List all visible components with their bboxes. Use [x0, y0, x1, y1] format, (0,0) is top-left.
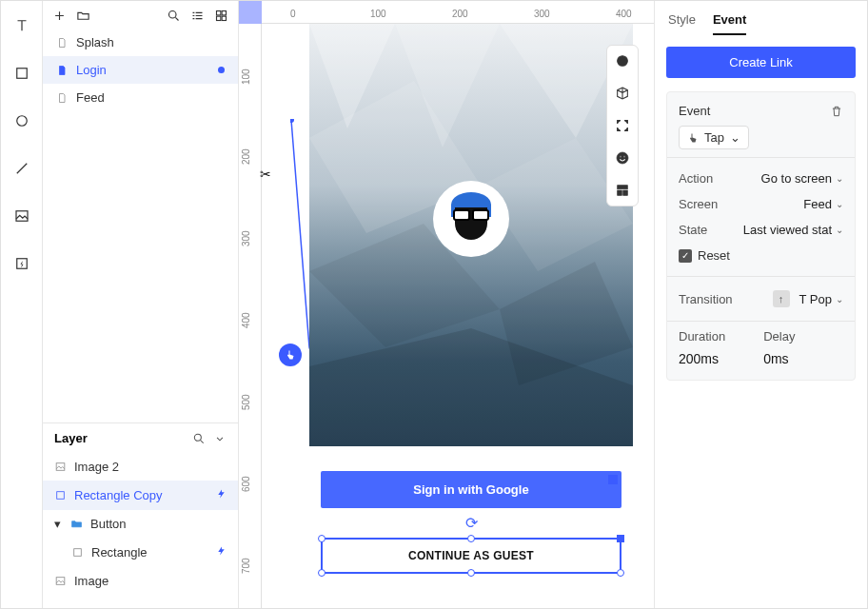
- image-tool[interactable]: [10, 205, 33, 227]
- svg-rect-11: [57, 492, 65, 500]
- trash-icon[interactable]: [830, 105, 843, 118]
- ruler-vertical: 100 200 300 400 500 600 700: [239, 24, 262, 608]
- inspector-panel: Style Event Create Link Event Tap ⌄ Acti…: [654, 1, 867, 608]
- tool-rail: [1, 1, 43, 608]
- page-label: Login: [76, 63, 107, 77]
- layer-image[interactable]: Image: [43, 567, 238, 595]
- layer-button-folder[interactable]: ▾ Button: [43, 510, 238, 538]
- canvas-toolbar: [606, 45, 639, 206]
- reset-checkbox[interactable]: ✓Reset: [679, 248, 730, 263]
- svg-point-4: [169, 11, 177, 19]
- canvas[interactable]: 0 100 200 300 400 100 200 300 400 500 60…: [239, 1, 654, 608]
- svg-rect-10: [56, 463, 65, 471]
- target-icon[interactable]: [615, 53, 630, 69]
- svg-point-1: [16, 116, 27, 127]
- page-label: Splash: [76, 35, 114, 49]
- chevron-down-icon: ⌄: [730, 130, 740, 145]
- ruler-corner: [239, 1, 262, 24]
- layer-rectangle[interactable]: Rectangle: [43, 538, 238, 567]
- inspector-tabs: Style Event: [666, 10, 856, 35]
- state-select[interactable]: Last viewed stat⌄: [743, 223, 843, 237]
- create-link-button[interactable]: Create Link: [666, 47, 856, 78]
- resize-handle[interactable]: [318, 569, 326, 577]
- circle-tool[interactable]: [10, 109, 33, 132]
- avatar: [433, 181, 509, 257]
- left-panel: Splash Login Feed Layer Image 2 Rectangl…: [43, 1, 239, 608]
- event-handle[interactable]: [617, 535, 624, 542]
- svg-point-26: [620, 156, 621, 158]
- svg-rect-12: [74, 549, 82, 557]
- tap-badge-icon[interactable]: [279, 344, 302, 366]
- search-icon[interactable]: [167, 9, 181, 23]
- grid-icon[interactable]: [214, 9, 228, 23]
- add-icon[interactable]: [52, 9, 67, 23]
- layout-icon[interactable]: [615, 183, 630, 198]
- event-trigger-select[interactable]: Tap ⌄: [679, 126, 749, 149]
- cube-icon[interactable]: [615, 86, 630, 101]
- resize-handle[interactable]: [318, 535, 326, 542]
- svg-rect-5: [217, 11, 221, 15]
- delay-value[interactable]: 0ms: [763, 351, 795, 366]
- layer-title: Layer: [54, 431, 88, 445]
- svg-rect-6: [222, 11, 226, 15]
- folder-icon[interactable]: [76, 9, 90, 23]
- svg-point-9: [194, 434, 201, 441]
- svg-rect-8: [222, 16, 226, 20]
- scissor-icon: ✂: [260, 167, 271, 182]
- page-login[interactable]: Login: [43, 56, 238, 84]
- event-tag-icon: [608, 475, 618, 484]
- rectangle-tool[interactable]: [10, 62, 33, 85]
- line-tool[interactable]: [10, 157, 33, 180]
- svg-rect-29: [618, 190, 622, 195]
- tab-style[interactable]: Style: [668, 12, 696, 35]
- screen-select[interactable]: Feed⌄: [803, 197, 843, 211]
- caret-down-icon[interactable]: ▾: [54, 517, 61, 531]
- pages-toolbar: [43, 1, 238, 29]
- hero-image: [309, 24, 633, 446]
- svg-point-24: [621, 59, 624, 63]
- continue-guest-button[interactable]: CONTINUE AS GUEST: [321, 538, 621, 574]
- svg-rect-28: [618, 186, 628, 189]
- svg-point-27: [623, 156, 625, 158]
- ruler-horizontal: 0 100 200 300 400: [262, 1, 654, 24]
- action-select[interactable]: Go to screen⌄: [761, 171, 843, 186]
- resize-handle[interactable]: [467, 569, 475, 577]
- svg-rect-0: [16, 69, 27, 79]
- chevron-down-icon[interactable]: [213, 432, 227, 445]
- spinner-icon: ⟳: [321, 508, 621, 538]
- resize-handle[interactable]: [467, 535, 475, 542]
- svg-rect-30: [623, 190, 628, 195]
- page-label: Feed: [76, 90, 105, 105]
- svg-rect-2: [16, 211, 28, 222]
- page-splash[interactable]: Splash: [43, 29, 238, 56]
- layer-header: Layer: [43, 422, 238, 453]
- device-frame[interactable]: Link to Prev Sign in with Google: [309, 24, 633, 602]
- page-feed[interactable]: Feed: [43, 84, 238, 111]
- event-panel: Event Tap ⌄ ActionGo to screen⌄ ScreenFe…: [666, 91, 856, 381]
- tab-event[interactable]: Event: [713, 12, 746, 35]
- device-buttons: Sign in with Google ⟳ CONTINUE AS GUEST: [309, 446, 633, 602]
- expand-icon[interactable]: [615, 118, 630, 133]
- transition-select[interactable]: ↑T Pop⌄: [773, 290, 843, 307]
- layer-image2[interactable]: Image 2: [43, 453, 238, 481]
- duration-value[interactable]: 200ms: [679, 351, 725, 366]
- canvas-inner: ✂ Link to Prev: [262, 24, 654, 608]
- list-icon[interactable]: [190, 9, 205, 23]
- resize-handle[interactable]: [617, 569, 624, 577]
- svg-point-25: [617, 152, 628, 164]
- text-tool[interactable]: [10, 14, 33, 37]
- google-signin-button[interactable]: Sign in with Google: [321, 471, 621, 508]
- lightning-tool[interactable]: [10, 252, 33, 275]
- svg-rect-13: [56, 578, 65, 585]
- layer-rectangle-copy[interactable]: Rectangle Copy: [43, 481, 238, 510]
- search-icon[interactable]: [192, 432, 206, 445]
- svg-point-14: [290, 119, 294, 123]
- event-label: Event: [679, 104, 710, 118]
- active-dot-icon: [218, 67, 225, 73]
- svg-rect-7: [217, 16, 221, 20]
- smile-icon[interactable]: [615, 150, 630, 166]
